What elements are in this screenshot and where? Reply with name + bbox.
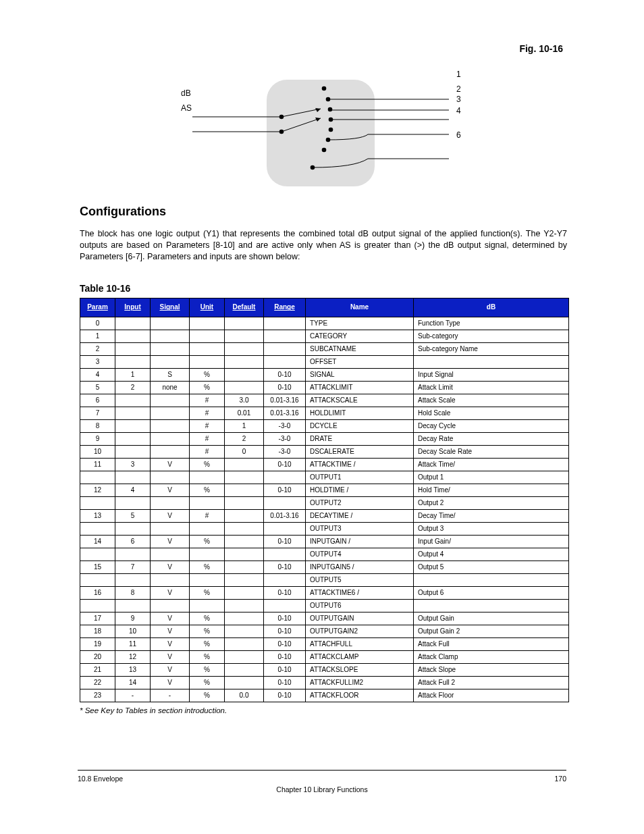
table-cell: 0.0 [225, 689, 264, 702]
table-cell: Decay Time/ [414, 509, 569, 522]
table-cell: ATTACKTIME6 / [306, 586, 414, 599]
table-cell: 3.0 [225, 394, 264, 407]
table-row: 157V%0-10INPUTGAIN5 /Output 5 [80, 561, 569, 573]
table-cell: Sub-category [414, 330, 569, 342]
table-cell: S [151, 368, 190, 381]
table-row: 9#2-3-0DRATEDecay Rate [80, 432, 569, 445]
table-cell: Input Gain/ [414, 535, 569, 548]
table-cell [115, 432, 151, 445]
table-cell: # [190, 419, 225, 432]
table-row: 7#0.010.01-3.16HOLDLIMITHold Scale [80, 407, 569, 419]
table-cell [225, 509, 264, 522]
table-cell [115, 330, 151, 342]
table-cell [225, 561, 264, 573]
table-cell: CATEGORY [306, 330, 414, 342]
diagram-out-2: 2 [456, 84, 461, 94]
table-cell: Attack Time/ [414, 458, 569, 471]
svg-point-11 [328, 107, 333, 112]
table-cell: Attack Limit [414, 381, 569, 394]
table-cell [225, 599, 264, 612]
table-cell: - [151, 689, 190, 702]
table-cell: Decay Rate [414, 432, 569, 445]
table-cell: V [151, 561, 190, 573]
table-cell: # [190, 432, 225, 445]
table-cell [225, 663, 264, 676]
table-cell: 7 [115, 561, 151, 573]
table-cell: Attack Full 2 [414, 676, 569, 689]
envelope-diagram-svg [192, 76, 449, 191]
table-cell: none [151, 381, 190, 394]
table-cell [225, 458, 264, 471]
table-cell [190, 573, 225, 586]
table-cell [115, 548, 151, 561]
table-cell [190, 355, 225, 368]
table-row: 1810V%0-10OUTPUTGAIN2Output Gain 2 [80, 625, 569, 637]
table-cell: 0-10 [264, 663, 306, 676]
table-cell: 12 [80, 484, 115, 496]
table-cell [151, 445, 190, 458]
table-cell [225, 586, 264, 599]
table-cell: HOLDTIME / [306, 484, 414, 496]
table-cell [151, 599, 190, 612]
table-cell: DSCALERATE [306, 445, 414, 458]
table-header-row: Param Input Signal Unit Default Range Na… [80, 298, 569, 317]
table-row: 1CATEGORYSub-category [80, 330, 569, 342]
figure-label: Fig. 10-16 [519, 43, 563, 54]
table-cell [225, 522, 264, 535]
table-cell: ATTACKSCALE [306, 394, 414, 407]
table-cell: OUTPUT5 [306, 573, 414, 586]
table-cell [80, 522, 115, 535]
table-cell: INPUTGAIN5 / [306, 561, 414, 573]
table-cell [264, 548, 306, 561]
svg-point-13 [329, 128, 333, 132]
table-cell [225, 612, 264, 625]
table-cell [225, 471, 264, 484]
table-row: 41S%0-10SIGNALInput Signal [80, 368, 569, 381]
table-cell: Attack Floor [414, 689, 569, 702]
table-cell: 9 [115, 612, 151, 625]
table-cell: 0-10 [264, 458, 306, 471]
table-cell [115, 317, 151, 330]
table-cell: OUTPUT4 [306, 548, 414, 561]
table-cell: 0-10 [264, 625, 306, 637]
table-cell [414, 599, 569, 612]
table-cell: TYPE [306, 317, 414, 330]
table-cell: 0.01-3.16 [264, 407, 306, 419]
table-cell [264, 471, 306, 484]
table-cell: OUTPUT2 [306, 496, 414, 509]
table-cell: Attack Slope [414, 663, 569, 676]
svg-point-9 [322, 86, 327, 91]
table-cell [151, 522, 190, 535]
table-cell: % [190, 676, 225, 689]
table-cell [115, 573, 151, 586]
table-cell: 23 [80, 689, 115, 702]
table-cell: Attack Full [414, 637, 569, 650]
table-cell [115, 445, 151, 458]
table-cell: 10 [115, 625, 151, 637]
table-cell [190, 342, 225, 355]
table-cell [151, 394, 190, 407]
table-cell: 0-10 [264, 535, 306, 548]
table-cell: DECAYTIME / [306, 509, 414, 522]
table-cell [151, 432, 190, 445]
table-cell [225, 330, 264, 342]
table-cell: 0-10 [264, 586, 306, 599]
table-row: 23--%0.00-10ATTACKFLOORAttack Floor [80, 689, 569, 702]
table-cell: V [151, 637, 190, 650]
table-cell [190, 599, 225, 612]
table-cell: OFFSET [306, 355, 414, 368]
table-row: 2012V%0-10ATTACKCLAMPAttack Clamp [80, 650, 569, 663]
table-cell: 2 [225, 432, 264, 445]
table-cell: Output Gain [414, 612, 569, 625]
th-db: dB [414, 298, 569, 317]
table-cell [225, 496, 264, 509]
table-cell: 8 [115, 586, 151, 599]
table-cell: Hold Time/ [414, 484, 569, 496]
table-cell: DRATE [306, 432, 414, 445]
table-cell: V [151, 663, 190, 676]
table-cell: 19 [80, 637, 115, 650]
diagram-out-4: 4 [456, 106, 461, 115]
table-row: 2SUBCATNAMESub-category Name [80, 342, 569, 355]
table-cell [264, 342, 306, 355]
table-cell: Decay Scale Rate [414, 445, 569, 458]
